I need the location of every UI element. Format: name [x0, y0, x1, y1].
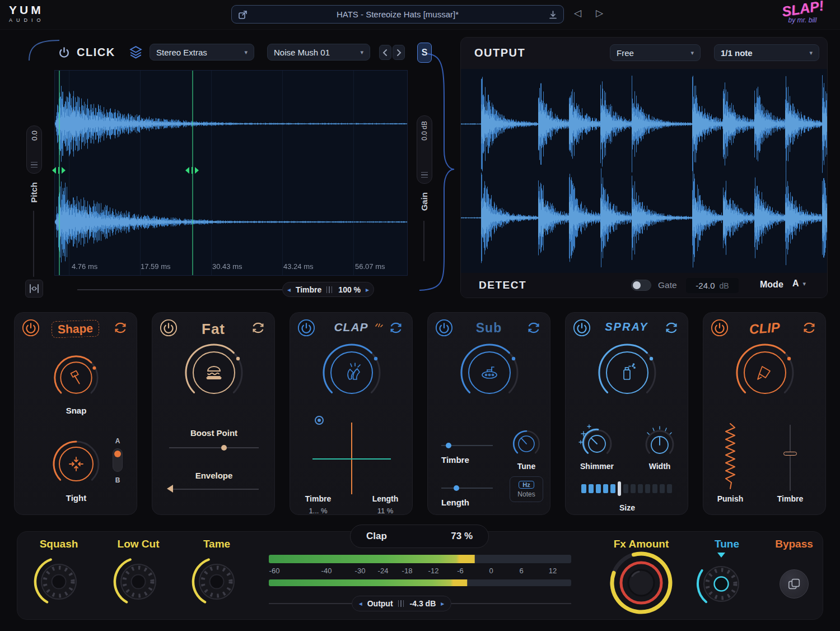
- click-timbre-track[interactable]: [77, 289, 282, 290]
- clip-module-card: CLIP Punish Timbre: [703, 312, 826, 515]
- punish-squiggle-slider[interactable]: [724, 423, 737, 490]
- click-waveform-display[interactable]: 4.76 ms 17.59 ms 30.43 ms 43.24 ms 56.07…: [54, 70, 408, 276]
- start-marker-handle-icon[interactable]: [52, 166, 66, 174]
- sync-mode-value: Free: [617, 48, 634, 58]
- snap-label: Snap: [48, 406, 104, 415]
- increment-arrow-icon[interactable]: ▸: [441, 600, 444, 607]
- shape-ab-toggle[interactable]: [113, 448, 123, 472]
- width-knob[interactable]: [641, 424, 676, 460]
- sync-mode-dropdown[interactable]: Free ▾: [610, 44, 701, 61]
- sub-tune-knob[interactable]: [511, 428, 542, 460]
- fx-focus-amount-pill[interactable]: Clap 73 %: [350, 525, 489, 548]
- hz-option[interactable]: Hz: [519, 481, 534, 489]
- decrement-arrow-icon[interactable]: ◂: [287, 286, 291, 294]
- output-gain-slider[interactable]: ◂ Output -4.3 dB ▸: [352, 596, 451, 611]
- spray-main-knob[interactable]: [596, 342, 658, 403]
- note-length-dropdown[interactable]: 1/1 note ▾: [714, 44, 819, 61]
- clip-timbre-handle[interactable]: [783, 452, 797, 456]
- pitch-track[interactable]: [33, 211, 34, 277]
- increment-arrow-icon[interactable]: ▸: [366, 286, 369, 294]
- sub-length-handle[interactable]: [454, 485, 459, 491]
- time-label: 30.43 ms: [212, 262, 242, 271]
- sample-next-button[interactable]: [393, 45, 405, 60]
- tune-label: Tune: [693, 538, 760, 550]
- output-gain-label: Output: [367, 599, 393, 608]
- spray-stereo-swap-icon[interactable]: [662, 319, 680, 337]
- xy-pad-position-marker[interactable]: [315, 416, 324, 425]
- shimmer-knob[interactable]: [578, 424, 614, 460]
- save-preset-icon[interactable]: [548, 10, 558, 20]
- tight-knob[interactable]: [52, 439, 101, 489]
- fat-main-knob[interactable]: [183, 342, 245, 403]
- click-timbre-slider[interactable]: ◂ Timbre 100 % ▸: [282, 282, 374, 297]
- variant-b-label: B: [112, 476, 123, 484]
- previous-preset-button[interactable]: ◁: [574, 7, 581, 19]
- fat-stereo-swap-icon[interactable]: [249, 319, 267, 337]
- expand-sample-view-button[interactable]: [25, 280, 43, 298]
- gate-toggle[interactable]: [631, 280, 651, 291]
- pitch-grip[interactable]: [31, 162, 38, 168]
- tame-label: Tame: [183, 538, 250, 550]
- tame-knob[interactable]: [189, 554, 245, 610]
- low-cut-knob[interactable]: [110, 554, 166, 610]
- pitch-value-pill[interactable]: 0.0: [26, 126, 42, 174]
- click-sample-value: Noise Mush 01: [274, 48, 330, 57]
- timbre-grip[interactable]: [326, 286, 333, 293]
- gain-track[interactable]: [423, 221, 424, 261]
- clip-main-knob[interactable]: [734, 342, 796, 403]
- clap-main-knob[interactable]: [321, 342, 382, 403]
- envelope-slider[interactable]: [169, 489, 259, 490]
- sample-previous-button[interactable]: [379, 45, 391, 60]
- clip-timbre-track[interactable]: [790, 425, 791, 491]
- envelope-handle[interactable]: [167, 485, 173, 493]
- slap-brand-logo: SLAP! by mr. bill: [770, 2, 835, 24]
- preset-bar[interactable]: HATS - Stereoize Hats [mussar]*: [231, 5, 564, 24]
- xy-pad-horizontal-axis[interactable]: [312, 458, 391, 460]
- click-sample-dropdown[interactable]: Noise Mush 01 ▾: [267, 44, 370, 61]
- clap-module-title: CLAP: [334, 321, 368, 333]
- spray-module-title: SPRAY: [605, 321, 648, 333]
- size-label: Size: [603, 503, 652, 512]
- decrement-arrow-icon[interactable]: ◂: [359, 600, 362, 607]
- mode-dropdown[interactable]: A ▾: [792, 279, 806, 289]
- width-label: Width: [634, 462, 685, 471]
- click-category-value: Stereo Extras: [156, 48, 207, 57]
- sub-stereo-swap-icon[interactable]: [525, 319, 543, 337]
- gate-toggle-knob[interactable]: [633, 281, 641, 289]
- tune-knob[interactable]: [693, 556, 749, 612]
- bypass-button[interactable]: [780, 569, 809, 598]
- sub-length-slider[interactable]: [441, 488, 493, 489]
- sub-timbre-handle[interactable]: [446, 443, 451, 448]
- clip-stereo-swap-icon[interactable]: [800, 319, 818, 337]
- boost-point-slider[interactable]: [169, 447, 259, 448]
- gain-value-pill[interactable]: 0.0 dB: [417, 115, 432, 184]
- notes-option[interactable]: Notes: [517, 490, 535, 498]
- end-marker-handle-icon[interactable]: [185, 166, 199, 174]
- preset-name[interactable]: HATS - Stereoize Hats [mussar]*: [337, 10, 459, 19]
- layers-icon[interactable]: [128, 45, 143, 60]
- sub-timbre-slider[interactable]: [441, 445, 493, 446]
- snap-knob[interactable]: [53, 354, 100, 401]
- shimmer-label: Shimmer: [571, 462, 623, 471]
- pitch-label-wrap: Pitch: [26, 176, 41, 208]
- boost-point-handle[interactable]: [221, 445, 227, 451]
- click-waveform-canvas[interactable]: [55, 71, 407, 275]
- chevron-down-icon: ▾: [360, 49, 363, 56]
- gate-threshold-field[interactable]: -24.0 dB: [686, 278, 739, 293]
- output-waveform-canvas[interactable]: [461, 69, 827, 273]
- shape-stereo-swap-icon[interactable]: [111, 319, 129, 337]
- scale-tick-label: -24: [378, 567, 389, 575]
- output-gain-grip[interactable]: [398, 600, 405, 607]
- click-category-dropdown[interactable]: Stereo Extras ▾: [150, 44, 254, 61]
- output-waveform-display[interactable]: [461, 69, 827, 273]
- sub-main-knob[interactable]: [459, 342, 520, 403]
- next-preset-button[interactable]: ▷: [596, 7, 603, 19]
- clap-stereo-swap-icon[interactable]: [387, 319, 405, 337]
- export-preset-icon[interactable]: [237, 10, 248, 20]
- ab-toggle-knob[interactable]: [114, 451, 121, 457]
- squash-knob[interactable]: [31, 554, 87, 610]
- fx-amount-knob[interactable]: [608, 549, 675, 616]
- size-slider[interactable]: [581, 481, 674, 497]
- gain-grip[interactable]: [421, 172, 428, 178]
- hz-notes-toggle[interactable]: Hz Notes: [510, 476, 543, 502]
